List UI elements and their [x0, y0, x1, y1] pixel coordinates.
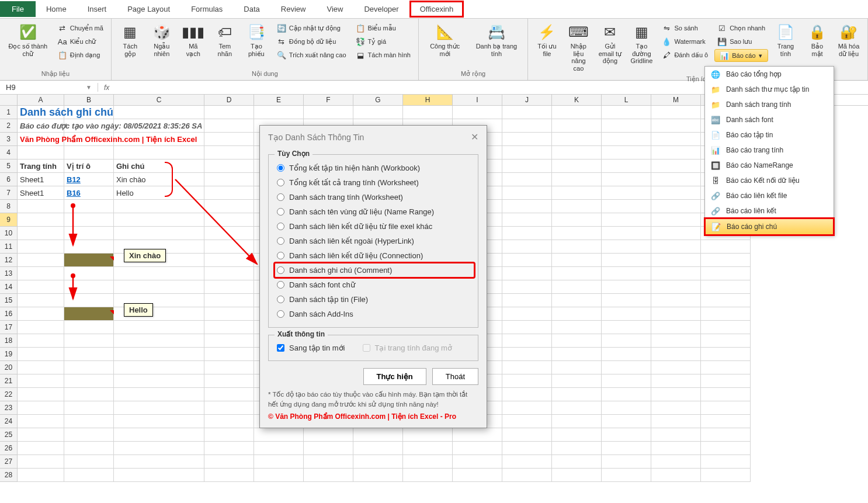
cell-D27[interactable]: [204, 455, 254, 469]
btn-guiemail[interactable]: ✉Gửi email tự động: [596, 21, 624, 74]
cell-G28[interactable]: [353, 469, 403, 482]
cell-A13[interactable]: [18, 267, 64, 280]
cell-D28[interactable]: [204, 469, 254, 482]
dropdown-item-6[interactable]: 🔲Báo cáo NameRange: [705, 158, 834, 173]
cell-A12[interactable]: [18, 254, 64, 267]
cell-B23[interactable]: [64, 401, 114, 415]
cell-J8[interactable]: [502, 200, 552, 213]
cell-K2[interactable]: [552, 119, 602, 133]
btn-toiuufile[interactable]: ⚡Tối ưu file: [533, 21, 561, 74]
cell-N14[interactable]: [701, 280, 751, 294]
cell-K17[interactable]: [552, 321, 602, 334]
cell-D5[interactable]: [204, 159, 254, 173]
cell-J19[interactable]: [502, 348, 552, 361]
btn-docso[interactable]: ✅ Đọc số thành chữ: [5, 21, 51, 69]
tab-officexinh[interactable]: Officexinh: [409, 1, 464, 18]
btn-nhaplieunc[interactable]: ⌨Nhập liệu nâng cao: [564, 21, 592, 74]
cell-I27[interactable]: [453, 455, 502, 469]
cell-L2[interactable]: [602, 119, 651, 133]
tab-review[interactable]: Review: [270, 1, 317, 18]
cell-D17[interactable]: [204, 321, 254, 334]
cell-M12[interactable]: [651, 254, 701, 267]
cell-M7[interactable]: [651, 186, 701, 200]
row-header-6[interactable]: 6: [0, 173, 18, 186]
cell-N19[interactable]: [701, 348, 751, 361]
row-header-8[interactable]: 8: [0, 200, 18, 213]
cell-D13[interactable]: [204, 267, 254, 280]
cell-N27[interactable]: [701, 455, 751, 469]
cell-B16[interactable]: [64, 307, 114, 321]
dropdown-item-10[interactable]: 📝Báo cáo ghi chú: [705, 218, 834, 235]
cell-N11[interactable]: [701, 240, 751, 254]
cell-F25[interactable]: [304, 428, 353, 442]
cell-J13[interactable]: [502, 267, 552, 280]
col-header-D[interactable]: D: [204, 95, 254, 105]
cell-M17[interactable]: [651, 321, 701, 334]
cell-N21[interactable]: [701, 374, 751, 388]
row-header-22[interactable]: 22: [0, 388, 18, 401]
cell-J15[interactable]: [502, 294, 552, 307]
row-header-16[interactable]: 16: [0, 307, 18, 321]
cell-E1[interactable]: [254, 106, 304, 119]
cell-A28[interactable]: [18, 469, 64, 482]
cell-B12[interactable]: [64, 254, 114, 267]
cell-N28[interactable]: [701, 469, 751, 482]
cell-C22[interactable]: [114, 388, 204, 401]
cell-D9[interactable]: [204, 213, 254, 227]
cell-J20[interactable]: [502, 361, 552, 374]
cell-L19[interactable]: [602, 348, 651, 361]
tab-developer[interactable]: Developer: [353, 1, 409, 18]
cell-J10[interactable]: [502, 227, 552, 240]
tab-file[interactable]: File: [0, 1, 36, 17]
cell-L12[interactable]: [602, 254, 651, 267]
dropdown-item-2[interactable]: 📁Danh sách trang tính: [705, 97, 834, 112]
col-header-F[interactable]: F: [304, 95, 353, 105]
row-header-20[interactable]: 20: [0, 361, 18, 374]
cell-G27[interactable]: [353, 455, 403, 469]
cell-K18[interactable]: [552, 334, 602, 348]
cell-K22[interactable]: [552, 388, 602, 401]
cell-C9[interactable]: [114, 213, 204, 227]
cell-J2[interactable]: [502, 119, 552, 133]
cell-M1[interactable]: [651, 106, 701, 119]
col-header-J[interactable]: J: [502, 95, 552, 105]
cell-B21[interactable]: [64, 374, 114, 388]
cell-D25[interactable]: [204, 428, 254, 442]
cell-L1[interactable]: [602, 106, 651, 119]
cell-L26[interactable]: [602, 442, 651, 455]
cell-C10[interactable]: [114, 227, 204, 240]
btn-sosanh[interactable]: ⇋So sánh: [659, 22, 711, 34]
tab-view[interactable]: View: [316, 1, 353, 18]
col-header-I[interactable]: I: [453, 95, 502, 105]
cell-M13[interactable]: [651, 267, 701, 280]
dropdown-item-1[interactable]: 📁Danh sách thư mục tập tin: [705, 82, 834, 97]
cell-C21[interactable]: [114, 374, 204, 388]
cell-J12[interactable]: [502, 254, 552, 267]
cell-M2[interactable]: [651, 119, 701, 133]
cell-M11[interactable]: [651, 240, 701, 254]
cell-H26[interactable]: [403, 442, 453, 455]
cell-H28[interactable]: [403, 469, 453, 482]
btn-danhdauo[interactable]: 🖍Đánh dấu ô: [659, 49, 711, 61]
tab-formulas[interactable]: Formulas: [180, 1, 233, 18]
cell-B22[interactable]: [64, 388, 114, 401]
dropdown-item-7[interactable]: 🗄Báo cáo Kết nối dữ liệu: [705, 173, 834, 188]
btn-congthucmoi[interactable]: 📐Công thức mới: [423, 21, 467, 69]
cell-D10[interactable]: [204, 227, 254, 240]
row-header-7[interactable]: 7: [0, 186, 18, 200]
cell-M20[interactable]: [651, 361, 701, 374]
cell-J23[interactable]: [502, 401, 552, 415]
cell-J28[interactable]: [502, 469, 552, 482]
cell-K6[interactable]: [552, 173, 602, 186]
cell-N23[interactable]: [701, 401, 751, 415]
cell-K26[interactable]: [552, 442, 602, 455]
cell-C28[interactable]: [114, 469, 204, 482]
cell-D16[interactable]: [204, 307, 254, 321]
cell-D23[interactable]: [204, 401, 254, 415]
cell-M26[interactable]: [651, 442, 701, 455]
col-header-G[interactable]: G: [353, 95, 403, 105]
cell-M22[interactable]: [651, 388, 701, 401]
cell-D1[interactable]: [204, 106, 254, 119]
cell-A16[interactable]: [18, 307, 64, 321]
cell-B9[interactable]: [64, 213, 114, 227]
